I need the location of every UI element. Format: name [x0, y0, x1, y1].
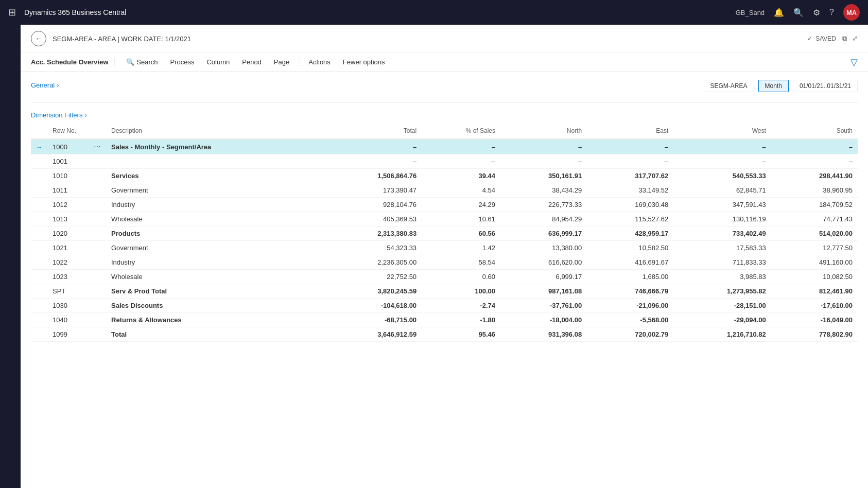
filter-icon-button[interactable]: ▽: [850, 57, 858, 68]
search-button[interactable]: 🔍 Search: [121, 56, 163, 68]
description-cell: [106, 154, 324, 169]
west-cell: 1,273,955.82: [673, 284, 771, 299]
user-avatar[interactable]: MA: [843, 4, 860, 21]
row-no-cell: 1001: [47, 154, 89, 169]
table-row[interactable]: 1099Total3,646,912.5995.46931,396.08720,…: [31, 327, 858, 342]
row-menu-cell: [89, 313, 106, 327]
west-cell: 711,833.33: [673, 255, 771, 270]
row-menu-cell: [89, 241, 106, 255]
south-cell: 74,771.43: [771, 212, 858, 226]
col-total[interactable]: Total: [324, 123, 422, 139]
table-row[interactable]: 1010Services1,506,864.7639.44350,161.913…: [31, 169, 858, 183]
help-icon[interactable]: ?: [829, 8, 834, 17]
total-cell: 3,646,912.59: [324, 327, 422, 342]
popout-icon[interactable]: ⧉: [842, 34, 847, 43]
pct_sales-cell: 100.00: [422, 284, 500, 299]
back-button[interactable]: ←: [31, 31, 46, 46]
row-menu-cell: [89, 299, 106, 313]
search-icon[interactable]: 🔍: [793, 8, 804, 18]
row-no-cell: 1023: [47, 270, 89, 284]
west-cell: 130,116.19: [673, 212, 771, 226]
table-row[interactable]: 1022Industry2,236,305.0058.54616,620.004…: [31, 255, 858, 270]
table-row[interactable]: 1040Returns & Allowances-68,715.00-1.80-…: [31, 313, 858, 327]
row-no-cell: 1020: [47, 226, 89, 241]
col-east[interactable]: East: [587, 123, 673, 139]
total-cell: -104,618.00: [324, 299, 422, 313]
col-south[interactable]: South: [771, 123, 858, 139]
row-no-cell: 1099: [47, 327, 89, 342]
date-range-chip[interactable]: 01/01/21..01/31/21: [793, 80, 858, 92]
col-west[interactable]: West: [673, 123, 771, 139]
east-cell: -21,096.00: [587, 299, 673, 313]
table-row[interactable]: 1020Products2,313,380.8360.56636,999.174…: [31, 226, 858, 241]
saved-badge: ✓ SAVED: [807, 35, 836, 42]
process-button[interactable]: Process: [165, 56, 200, 68]
process-label: Process: [170, 58, 195, 66]
fewer-options-button[interactable]: Fewer options: [338, 56, 390, 68]
table-row[interactable]: 1023Wholesale22,752.500.606,999.171,685.…: [31, 270, 858, 284]
col-pct-sales[interactable]: % of Sales: [422, 123, 500, 139]
total-cell: 928,104.76: [324, 198, 422, 212]
east-cell: 746,666.79: [587, 284, 673, 299]
south-cell: 184,709.52: [771, 198, 858, 212]
row-context-menu-icon[interactable]: ⋯: [94, 143, 101, 151]
table-row[interactable]: 1011Government173,390.474.5438,434.2933,…: [31, 183, 858, 198]
north-cell: 350,161.91: [500, 169, 587, 183]
table-row[interactable]: SPTServ & Prod Total3,820,245.59100.0098…: [31, 284, 858, 299]
row-arrow-cell: →: [31, 139, 47, 154]
general-section-header[interactable]: General ›: [31, 81, 59, 89]
table-row[interactable]: 1001––––––: [31, 154, 858, 169]
west-cell: –: [673, 154, 771, 169]
table-row[interactable]: 1013Wholesale405,369.5310.6184,954.29115…: [31, 212, 858, 226]
total-cell: 54,323.33: [324, 241, 422, 255]
col-description[interactable]: Description: [106, 123, 324, 139]
dimension-filters-header[interactable]: Dimension Filters ›: [31, 111, 858, 119]
table-row[interactable]: 1030Sales Discounts-104,618.00-2.74-37,7…: [31, 299, 858, 313]
east-cell: 416,691.67: [587, 255, 673, 270]
description-cell: Sales Discounts: [106, 299, 324, 313]
segm-area-chip[interactable]: SEGM-AREA: [704, 80, 754, 92]
row-menu-cell[interactable]: ⋯: [89, 139, 106, 154]
main-content: ← SEGM-AREA - AREA | WORK DATE: 1/1/2021…: [21, 25, 868, 488]
row-no-cell: 1021: [47, 241, 89, 255]
checkmark-icon: ✓: [807, 35, 812, 42]
col-north[interactable]: North: [500, 123, 587, 139]
settings-icon[interactable]: ⚙: [813, 8, 820, 18]
west-cell: 347,591.43: [673, 198, 771, 212]
top-bar-icons: GB_Sand 🔔 🔍 ⚙ ? MA: [736, 4, 860, 21]
east-cell: -5,568.00: [587, 313, 673, 327]
row-no-cell: SPT: [47, 284, 89, 299]
table-row[interactable]: 1012Industry928,104.7624.29226,773.33169…: [31, 198, 858, 212]
pct_sales-cell: 95.46: [422, 327, 500, 342]
north-cell: 38,434.29: [500, 183, 587, 198]
total-cell: –: [324, 139, 422, 154]
dimension-filters-chevron-icon: ›: [84, 111, 86, 119]
south-cell: 491,160.00: [771, 255, 858, 270]
apps-grid-icon[interactable]: ⊞: [8, 7, 16, 18]
row-arrow-cell: [31, 154, 47, 169]
month-chip[interactable]: Month: [758, 80, 789, 92]
north-cell: 13,380.00: [500, 241, 587, 255]
row-no-cell: 1013: [47, 212, 89, 226]
table-row[interactable]: 1021Government54,323.331.4213,380.0010,5…: [31, 241, 858, 255]
north-cell: 84,954.29: [500, 212, 587, 226]
total-cell: –: [324, 154, 422, 169]
col-row-no[interactable]: Row No.: [47, 123, 89, 139]
page-button[interactable]: Page: [269, 56, 294, 68]
table-header: Row No. Description Total % of Sales Nor…: [31, 123, 858, 139]
table-row[interactable]: →1000⋯Sales - Monthly - Segment/Area––––…: [31, 139, 858, 154]
actions-button[interactable]: Actions: [303, 56, 336, 68]
east-cell: –: [587, 139, 673, 154]
west-cell: 540,553.33: [673, 169, 771, 183]
pct_sales-cell: 1.42: [422, 241, 500, 255]
table-body: →1000⋯Sales - Monthly - Segment/Area––––…: [31, 139, 858, 342]
north-cell: -37,761.00: [500, 299, 587, 313]
collapse-icon[interactable]: ⤢: [852, 34, 858, 43]
notification-icon[interactable]: 🔔: [774, 8, 784, 18]
username: GB_Sand: [736, 9, 765, 16]
period-button[interactable]: Period: [237, 56, 267, 68]
description-cell: Government: [106, 183, 324, 198]
column-button[interactable]: Column: [201, 56, 235, 68]
west-cell: 733,402.49: [673, 226, 771, 241]
top-nav-bar: ⊞ Dynamics 365 Business Central GB_Sand …: [0, 0, 868, 25]
